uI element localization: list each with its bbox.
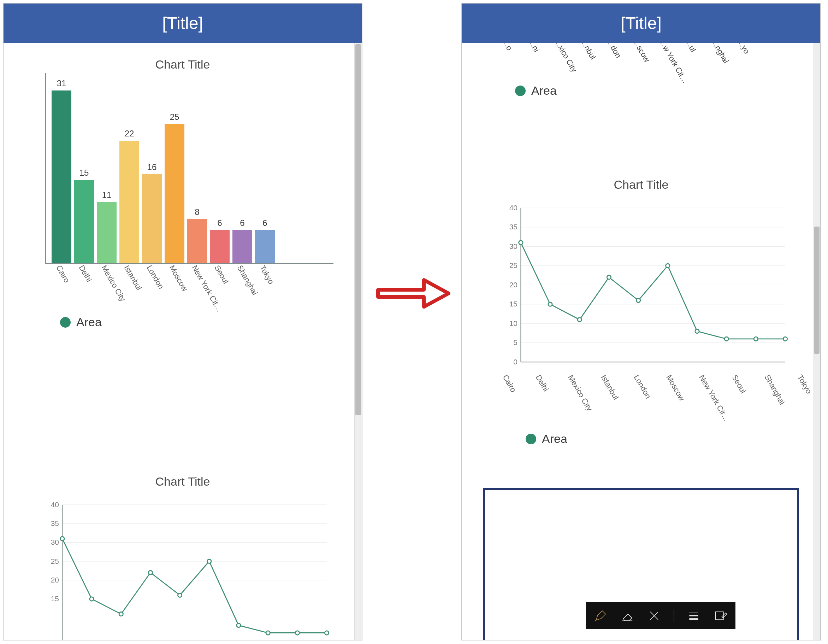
legend-label: Area <box>531 84 557 97</box>
line-series-marker[interactable] <box>60 537 64 540</box>
right-header: [Title] <box>462 3 820 43</box>
line-series-marker[interactable] <box>148 570 152 574</box>
line-series-marker[interactable] <box>266 631 270 635</box>
bar-value-label: 16 <box>147 162 157 172</box>
legend: Area <box>525 432 806 446</box>
bar[interactable]: 16 <box>142 174 162 264</box>
x-tick-label: Moscow <box>665 373 687 402</box>
legend-label: Area <box>542 432 567 446</box>
bar[interactable]: 6 <box>232 230 252 264</box>
line-series-marker[interactable] <box>325 631 329 635</box>
line-series-marker[interactable] <box>695 329 699 333</box>
x-tick-label: Cairo <box>500 373 518 394</box>
legend-dot-icon <box>60 317 71 328</box>
close-tool-button[interactable] <box>647 608 662 623</box>
x-tick-label: New York Cit… <box>697 373 731 423</box>
x-tick-label: Istanbul <box>122 264 143 292</box>
pen-tool-button[interactable] <box>593 608 608 623</box>
line-series-marker[interactable] <box>119 612 123 616</box>
y-tick-label: 15 <box>51 595 59 603</box>
chart-title: Chart Title <box>476 178 806 192</box>
line-thickness-button[interactable] <box>686 608 701 623</box>
x-tick-label-clipped: …ul <box>683 43 698 54</box>
line-thickness-icon <box>687 609 701 622</box>
bar-fill <box>142 174 162 264</box>
eraser-icon <box>621 609 634 622</box>
signature-pen-icon <box>714 609 727 622</box>
eraser-tool-button[interactable] <box>620 608 635 623</box>
bar[interactable]: 11 <box>97 202 116 264</box>
line-series-marker[interactable] <box>607 275 611 279</box>
x-tick-label: Seoul <box>212 264 230 286</box>
bar-chart-canvas[interactable]: 3115112216258666 <box>46 80 334 264</box>
line-series-marker[interactable] <box>295 631 299 635</box>
line-series-marker[interactable] <box>548 302 552 306</box>
bar-value-label: 15 <box>80 168 89 178</box>
y-tick-label: 35 <box>51 519 59 527</box>
line-series-marker[interactable] <box>207 559 211 563</box>
comparison-stage: [Title] Chart Title 3115112216258666 Cai… <box>0 0 828 644</box>
left-body: Chart Title 3115112216258666 CairoDelhiM… <box>3 43 362 640</box>
signature-tool-button[interactable] <box>713 608 728 623</box>
bar-x-labels: CairoDelhiMexico CityIstanbulLondonMosco… <box>49 264 348 306</box>
chart-title: Chart Title <box>18 58 348 71</box>
bar-chart-block: Chart Title 3115112216258666 CairoDelhiM… <box>18 53 348 329</box>
bar[interactable]: 6 <box>255 230 275 264</box>
y-tick-label: 25 <box>51 557 59 565</box>
x-tick-label: Mexico City <box>566 373 594 413</box>
x-tick-label-clipped: …scow <box>630 43 651 64</box>
line-chart-canvas[interactable]: 4035302520151050 <box>497 200 792 373</box>
x-tick-label-clipped: …nghai <box>709 43 730 65</box>
annotation-toolbar <box>586 602 735 629</box>
y-tick-label: 10 <box>510 319 518 327</box>
bar[interactable]: 8 <box>187 219 207 264</box>
bar-value-label: 11 <box>102 190 111 200</box>
legend-dot-icon <box>515 86 525 96</box>
line-series-marker[interactable] <box>237 624 241 627</box>
line-series-marker[interactable] <box>519 241 523 245</box>
line-series-marker[interactable] <box>178 593 182 597</box>
x-tick-label: Shanghai <box>763 373 787 407</box>
line-series-marker[interactable] <box>577 318 582 322</box>
bar[interactable]: 15 <box>74 180 94 264</box>
bar-fill <box>97 202 116 264</box>
x-tick-label: Shanghai <box>235 264 259 297</box>
bar-fill <box>119 141 139 264</box>
bar-fill <box>232 230 252 264</box>
scroll-thumb[interactable] <box>355 44 361 415</box>
line-series-marker[interactable] <box>754 337 758 341</box>
line-series-marker[interactable] <box>783 337 787 341</box>
left-header: [Title] <box>3 3 362 43</box>
scrollbar[interactable] <box>813 43 820 640</box>
bar-value-label: 8 <box>194 207 199 217</box>
line-chart-block: Chart Title 4035302520151050 CairoDelhiM… <box>476 174 806 446</box>
x-tick-label: London <box>632 373 652 401</box>
line-chart-svg: 4035302520151050 <box>497 200 792 373</box>
legend: Area <box>60 315 348 329</box>
x-tick-label: Delhi <box>77 264 94 283</box>
bar[interactable]: 22 <box>119 141 139 264</box>
x-tick-label-clipped: …don <box>604 43 623 60</box>
line-series-marker[interactable] <box>90 597 94 601</box>
line-series-marker[interactable] <box>666 264 670 267</box>
line-series-marker[interactable] <box>724 337 728 341</box>
bar-value-label: 25 <box>170 112 179 122</box>
line-chart-canvas[interactable]: 403530252015 <box>39 497 334 640</box>
bar-x-labels-clipped: …o…ni…xico City…nbul…don…scow…w York Cit… <box>508 43 820 82</box>
bar-value-label: 31 <box>57 79 66 88</box>
x-tick-label-clipped: …yo <box>735 43 751 55</box>
arrow-right-icon <box>375 272 452 314</box>
scrollbar[interactable] <box>354 43 362 640</box>
x-tick-label-clipped: …o <box>500 43 514 52</box>
x-tick-label: Seoul <box>730 373 748 395</box>
toolbar-separator <box>674 609 674 622</box>
scroll-thumb[interactable] <box>814 226 820 354</box>
bar[interactable]: 25 <box>165 124 184 264</box>
line-x-labels: CairoDelhiMexico CityIstanbulLondonMosco… <box>505 373 799 423</box>
x-tick-label: Tokyo <box>795 373 813 396</box>
x-tick-label-clipped: …ni <box>526 43 541 54</box>
bar[interactable]: 6 <box>210 230 230 264</box>
bar[interactable]: 31 <box>52 91 71 264</box>
y-tick-label: 20 <box>51 576 59 584</box>
line-series-marker[interactable] <box>636 298 640 302</box>
